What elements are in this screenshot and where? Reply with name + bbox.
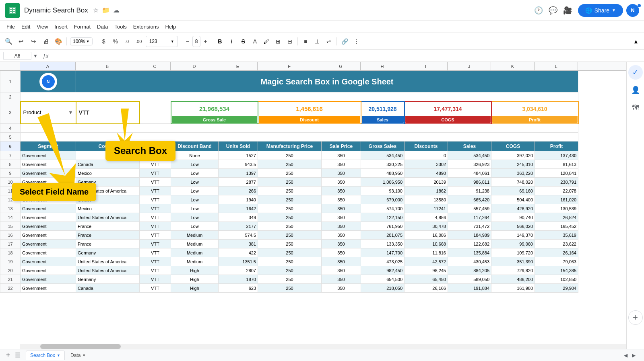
percent-btn[interactable]: % (110, 36, 121, 47)
sidebar-person-icon[interactable]: 👤 (628, 83, 643, 97)
header-gross-sales: Gross Sales (361, 142, 405, 151)
sheets-logo-icon (8, 6, 17, 15)
menu-format[interactable]: Format (71, 23, 94, 31)
sidebar-map-icon[interactable]: 🗺 (628, 101, 643, 115)
col-header-C[interactable]: C (139, 62, 171, 70)
row-2-empty (21, 92, 578, 101)
sheets-menu-btn[interactable]: ☰ (13, 351, 23, 360)
font-name-value: 123 (149, 39, 157, 44)
header-units-sold: Units Sold (219, 142, 258, 151)
italic-btn[interactable]: I (226, 36, 237, 47)
table-row: 20 Government United States of America V… (0, 266, 578, 275)
menu-data[interactable]: Data (94, 23, 111, 31)
row-num-18: 18 (0, 248, 21, 257)
search-toolbar-btn[interactable]: 🔍 (2, 36, 14, 47)
dropdown-value: Product (23, 109, 41, 115)
currency-btn[interactable]: $ (98, 36, 109, 47)
row-num-6: 6 (0, 142, 21, 151)
row-num-3: 3 (0, 101, 21, 124)
decimal-add-btn[interactable]: .00 (133, 36, 144, 47)
expand-cell-ref-btn[interactable]: ▼ (33, 53, 38, 59)
star-icon[interactable]: ☆ (93, 6, 99, 14)
merge-btn[interactable]: ⊟ (284, 36, 295, 47)
zoom-box[interactable]: 100% ▼ (70, 37, 93, 45)
tab-data[interactable]: Data ▼ (66, 351, 90, 360)
column-headers: A B C D E F G H I J K L (0, 62, 626, 71)
header-discount-band: Discount Band (171, 142, 219, 151)
font-name-box[interactable]: 123 ▼ (146, 36, 178, 47)
valign-btn[interactable]: ⊥ (312, 36, 323, 47)
row-num-2: 2 (0, 92, 21, 101)
col-header-L[interactable]: L (535, 62, 578, 70)
insert-link-btn[interactable]: 🔗 (339, 36, 350, 47)
tab-search-box[interactable]: Search Box ▼ (26, 351, 65, 360)
sidebar-add-icon[interactable]: + (628, 310, 643, 325)
header-sale-price: Sale Price (322, 142, 361, 151)
col-header-B[interactable]: B (76, 62, 139, 70)
row-num-13: 13 (0, 204, 21, 213)
search-cell[interactable]: VTT (76, 101, 140, 124)
share-button[interactable]: 🌐 Share ▼ (578, 4, 623, 17)
more-toolbar-btn[interactable]: ⋮ (351, 36, 362, 47)
font-size-decrease[interactable]: − (183, 36, 192, 47)
folder-icon[interactable]: 📁 (102, 6, 110, 14)
toolbar: 🔍 ↩ ↪ 🖨 🎨 100% ▼ $ % .0 .00 123 ▼ − 8 + … (0, 33, 644, 50)
row-4-empty (21, 124, 578, 133)
kpi-cogs: 17,477,314 COGS (405, 101, 491, 124)
cell-reference[interactable] (3, 52, 31, 60)
tab-nav-right[interactable]: ▶ (630, 351, 638, 359)
cloud-icon[interactable]: ☁ (113, 6, 120, 14)
redo-btn[interactable]: ↪ (27, 36, 39, 47)
sidebar-checkmark-icon[interactable]: ✓ (628, 65, 643, 80)
menu-tools[interactable]: Tools (111, 23, 130, 31)
col-header-G[interactable]: G (321, 62, 361, 70)
col-header-A[interactable]: A (20, 62, 76, 70)
col-header-J[interactable]: J (448, 62, 491, 70)
menu-edit[interactable]: Edit (18, 23, 33, 31)
formula-input[interactable]: Segment (52, 52, 641, 59)
header-segment: Segment (21, 142, 76, 151)
font-size-value: 8 (195, 39, 198, 44)
dropdown-cell[interactable]: Product ▼ (21, 101, 76, 124)
comment-btn[interactable]: 💬 (546, 3, 560, 18)
col-header-I[interactable]: I (404, 62, 448, 70)
header-discounts: Discounts (405, 142, 448, 151)
decimal-btn[interactable]: .0 (122, 36, 133, 47)
paint-format-btn[interactable]: 🎨 (52, 36, 64, 47)
col-header-F[interactable]: F (258, 62, 321, 70)
menu-file[interactable]: File (3, 23, 18, 31)
menu-extensions[interactable]: Extensions (130, 23, 162, 31)
col-header-E[interactable]: E (218, 62, 258, 70)
header-profit: Profit (535, 142, 578, 151)
bold-btn[interactable]: B (214, 36, 225, 47)
header-sales: Sales (448, 142, 491, 151)
svg-rect-4 (13, 10, 15, 11)
col-header-D[interactable]: D (171, 62, 218, 70)
video-btn[interactable]: 🎥 (560, 3, 575, 18)
col-header-K[interactable]: K (491, 62, 535, 70)
horizontal-scrollbar[interactable] (20, 344, 626, 349)
right-sidebar: ✓ 👤 🗺 + (626, 62, 644, 349)
print-btn[interactable]: 🖨 (40, 36, 52, 47)
font-size-box[interactable]: 8 (192, 36, 201, 47)
tab-nav-left[interactable]: ◀ (621, 351, 630, 359)
highlight-btn[interactable]: 🖊 (261, 36, 272, 47)
undo-btn[interactable]: ↩ (15, 36, 27, 47)
history-btn[interactable]: 🕐 (531, 3, 546, 18)
collapse-toolbar-btn[interactable]: ▲ (630, 36, 642, 47)
row-num-5: 5 (0, 133, 21, 142)
border-btn[interactable]: ⊞ (272, 36, 284, 47)
menu-insert[interactable]: Insert (51, 23, 71, 31)
share-label: Share (594, 7, 609, 14)
strikethrough-btn[interactable]: S (237, 36, 249, 47)
font-size-increase[interactable]: + (201, 36, 210, 47)
align-btn[interactable]: ≡ (300, 36, 311, 47)
add-sheet-btn[interactable]: + (3, 351, 13, 360)
svg-rect-2 (13, 8, 15, 9)
row-num-8: 8 (0, 160, 21, 169)
font-color-btn[interactable]: A (249, 36, 260, 47)
col-header-H[interactable]: H (361, 62, 404, 70)
wrap-btn[interactable]: ⇌ (323, 36, 334, 47)
menu-help[interactable]: Help (162, 23, 179, 31)
menu-view[interactable]: View (33, 23, 51, 31)
